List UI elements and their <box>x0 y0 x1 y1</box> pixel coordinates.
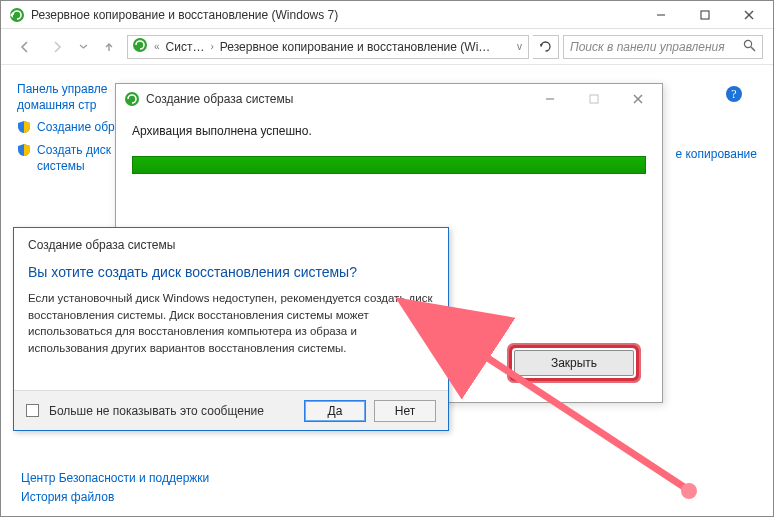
backup-restore-icon <box>9 7 25 23</box>
svg-point-6 <box>133 38 147 52</box>
progress-titlebar: Создание образа системы <box>116 84 662 114</box>
nav-back-button[interactable] <box>11 33 39 61</box>
svg-rect-14 <box>590 95 598 103</box>
dialog-header: Создание образа системы <box>14 228 448 254</box>
progress-status-text: Архивация выполнена успешно. <box>132 124 646 138</box>
progress-bar <box>132 156 646 174</box>
no-button[interactable]: Нет <box>374 400 436 422</box>
minimize-button[interactable] <box>528 85 572 113</box>
search-icon[interactable] <box>743 39 756 55</box>
minimize-button[interactable] <box>639 1 683 28</box>
svg-point-8 <box>744 40 751 47</box>
svg-point-12 <box>125 92 139 106</box>
main-titlebar: Резервное копирование и восстановление (… <box>1 1 773 29</box>
address-bar[interactable]: « Сист… › Резервное копирование и восста… <box>127 35 529 59</box>
backup-restore-icon <box>124 91 140 107</box>
maximize-button <box>572 85 616 113</box>
breadcrumb-backup[interactable]: Резервное копирование и восстановление (… <box>220 40 491 54</box>
search-input[interactable]: Поиск в панели управления <box>563 35 763 59</box>
recovery-disc-dialog: Создание образа системы Вы хотите создат… <box>13 227 449 431</box>
search-placeholder: Поиск в панели управления <box>570 40 725 54</box>
backup-restore-icon <box>132 37 148 56</box>
refresh-button[interactable] <box>533 35 559 59</box>
uac-shield-icon <box>17 143 31 157</box>
nav-bar: « Сист… › Резервное копирование и восста… <box>1 29 773 65</box>
maximize-button[interactable] <box>683 1 727 28</box>
progress-window-title: Создание образа системы <box>146 92 528 106</box>
breadcrumb-system[interactable]: Сист… <box>166 40 205 54</box>
task-label: Создание обра <box>37 119 121 135</box>
chevron-down-icon[interactable]: v <box>515 41 524 52</box>
svg-text:?: ? <box>731 87 736 101</box>
dont-show-label[interactable]: Больше не показывать это сообщение <box>49 404 264 418</box>
close-button[interactable] <box>616 85 660 113</box>
nav-history-dropdown[interactable] <box>75 33 91 61</box>
partial-link-text[interactable]: е копирование <box>675 147 757 161</box>
uac-shield-icon <box>17 120 31 134</box>
chevron-right-icon[interactable]: › <box>208 41 215 52</box>
dialog-body-text: Если установочный диск Windows недоступе… <box>14 286 448 361</box>
nav-forward-button[interactable] <box>43 33 71 61</box>
dont-show-checkbox[interactable] <box>26 404 39 417</box>
svg-line-9 <box>751 47 755 51</box>
task-label: Создать диск во системы <box>37 142 127 174</box>
close-progress-button[interactable]: Закрыть <box>514 350 634 376</box>
dialog-footer: Больше не показывать это сообщение Да Не… <box>14 390 448 430</box>
chevron-right-icon[interactable]: « <box>152 41 162 52</box>
dialog-question: Вы хотите создать диск восстановления си… <box>14 254 448 286</box>
window-title: Резервное копирование и восстановление (… <box>31 8 639 22</box>
nav-up-button[interactable] <box>95 33 123 61</box>
svg-rect-3 <box>701 11 709 19</box>
close-button[interactable] <box>727 1 771 28</box>
help-icon[interactable]: ? <box>725 85 743 106</box>
yes-button[interactable]: Да <box>304 400 366 422</box>
